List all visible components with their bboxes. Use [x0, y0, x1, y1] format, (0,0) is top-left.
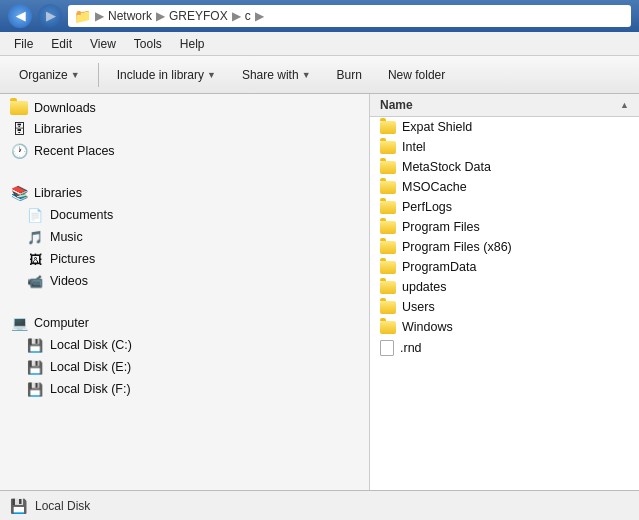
- nav-downloads-label: Downloads: [34, 101, 96, 115]
- share-with-button[interactable]: Share with ▼: [231, 61, 322, 89]
- file-item-expat-shield[interactable]: Expat Shield: [370, 117, 639, 137]
- menu-edit[interactable]: Edit: [43, 35, 80, 53]
- libraries-fav-icon: 🗄: [10, 121, 28, 137]
- nav-libraries-header[interactable]: 📚 Libraries: [0, 182, 369, 204]
- burn-label: Burn: [337, 68, 362, 82]
- file-item-updates[interactable]: updates: [370, 277, 639, 297]
- programdata-folder-icon: [380, 261, 396, 274]
- file-item-windows[interactable]: Windows: [370, 317, 639, 337]
- include-library-button[interactable]: Include in library ▼: [106, 61, 227, 89]
- share-arrow: ▼: [302, 70, 311, 80]
- menu-help[interactable]: Help: [172, 35, 213, 53]
- title-bar: ◀ ▶ 📁 ▶ Network ▶ GREYFOX ▶ c ▶: [0, 0, 639, 32]
- nav-videos[interactable]: 📹 Videos: [0, 270, 369, 292]
- toolbar: Organize ▼ Include in library ▼ Share wi…: [0, 56, 639, 94]
- nav-pictures-label: Pictures: [50, 252, 95, 266]
- nav-drive-f-label: Local Disk (F:): [50, 382, 131, 396]
- nav-computer-header[interactable]: 💻 Computer: [0, 312, 369, 334]
- addr-sep3: ▶: [255, 9, 264, 23]
- rnd-file-icon: [380, 340, 394, 356]
- drive-e-icon: 💾: [26, 359, 44, 375]
- updates-label: updates: [402, 280, 446, 294]
- metastock-folder-icon: [380, 161, 396, 174]
- forward-button[interactable]: ▶: [38, 4, 62, 28]
- menu-file[interactable]: File: [6, 35, 41, 53]
- msocache-folder-icon: [380, 181, 396, 194]
- file-item-intel[interactable]: Intel: [370, 137, 639, 157]
- nav-downloads[interactable]: Downloads: [0, 98, 369, 118]
- status-text: Local Disk: [35, 499, 90, 513]
- nav-drive-e-label: Local Disk (E:): [50, 360, 131, 374]
- addr-separator: ▶: [95, 9, 104, 23]
- metastock-label: MetaStock Data: [402, 160, 491, 174]
- computer-header-label: Computer: [34, 316, 89, 330]
- recent-places-icon: 🕐: [10, 143, 28, 159]
- nav-pictures[interactable]: 🖼 Pictures: [0, 248, 369, 270]
- program-files-label: Program Files: [402, 220, 480, 234]
- file-item-rnd[interactable]: .rnd: [370, 337, 639, 359]
- nav-recent-places-label: Recent Places: [34, 144, 115, 158]
- organize-button[interactable]: Organize ▼: [8, 61, 91, 89]
- msocache-label: MSOCache: [402, 180, 467, 194]
- nav-documents-label: Documents: [50, 208, 113, 222]
- burn-button[interactable]: Burn: [326, 61, 373, 89]
- nav-libraries-fav-label: Libraries: [34, 122, 82, 136]
- file-item-program-files[interactable]: Program Files: [370, 217, 639, 237]
- program-files-x86-label: Program Files (x86): [402, 240, 512, 254]
- addr-sep1: ▶: [156, 9, 165, 23]
- documents-icon: 📄: [26, 207, 44, 223]
- expat-shield-folder-icon: [380, 121, 396, 134]
- nav-drive-e[interactable]: 💾 Local Disk (E:): [0, 356, 369, 378]
- file-item-programdata[interactable]: ProgramData: [370, 257, 639, 277]
- program-files-folder-icon: [380, 221, 396, 234]
- divider1: [0, 166, 369, 174]
- nav-videos-label: Videos: [50, 274, 88, 288]
- organize-label: Organize: [19, 68, 68, 82]
- addr-sep2: ▶: [232, 9, 241, 23]
- drive-c-icon: 💾: [26, 337, 44, 353]
- programdata-label: ProgramData: [402, 260, 476, 274]
- addr-part2: GREYFOX: [169, 9, 228, 23]
- new-folder-button[interactable]: New folder: [377, 61, 456, 89]
- menu-view[interactable]: View: [82, 35, 124, 53]
- nav-drive-c-label: Local Disk (C:): [50, 338, 132, 352]
- menu-tools[interactable]: Tools: [126, 35, 170, 53]
- nav-music[interactable]: 🎵 Music: [0, 226, 369, 248]
- nav-drive-f[interactable]: 💾 Local Disk (F:): [0, 378, 369, 400]
- file-item-program-files-x86[interactable]: Program Files (x86): [370, 237, 639, 257]
- computer-section: 💻 Computer 💾 Local Disk (C:) 💾 Local Dis…: [0, 312, 369, 400]
- intel-folder-icon: [380, 141, 396, 154]
- folder-icon-addr: 📁: [74, 8, 91, 24]
- divider2: [0, 296, 369, 304]
- nav-documents[interactable]: 📄 Documents: [0, 204, 369, 226]
- address-bar[interactable]: 📁 ▶ Network ▶ GREYFOX ▶ c ▶: [68, 5, 631, 27]
- nav-music-label: Music: [50, 230, 83, 244]
- perflogs-label: PerfLogs: [402, 200, 452, 214]
- users-folder-icon: [380, 301, 396, 314]
- back-button[interactable]: ◀: [8, 4, 32, 28]
- drive-status-icon: 💾: [10, 498, 27, 514]
- file-item-perflogs[interactable]: PerfLogs: [370, 197, 639, 217]
- libraries-section: 📚 Libraries 📄 Documents 🎵 Music 🖼 Pictur…: [0, 182, 369, 292]
- left-panel: Downloads 🗄 Libraries 🕐 Recent Places 📚 …: [0, 94, 370, 490]
- nav-libraries-fav[interactable]: 🗄 Libraries: [0, 118, 369, 140]
- nav-recent-places[interactable]: 🕐 Recent Places: [0, 140, 369, 162]
- share-label: Share with: [242, 68, 299, 82]
- libraries-header-icon: 📚: [10, 185, 28, 201]
- favorites-section: Downloads 🗄 Libraries 🕐 Recent Places: [0, 98, 369, 162]
- col-sort-arrow: ▲: [620, 100, 629, 110]
- expat-shield-label: Expat Shield: [402, 120, 472, 134]
- windows-folder-icon: [380, 321, 396, 334]
- file-item-metastock[interactable]: MetaStock Data: [370, 157, 639, 177]
- intel-label: Intel: [402, 140, 426, 154]
- file-item-users[interactable]: Users: [370, 297, 639, 317]
- main-area: Downloads 🗄 Libraries 🕐 Recent Places 📚 …: [0, 94, 639, 490]
- users-label: Users: [402, 300, 435, 314]
- library-label: Include in library: [117, 68, 204, 82]
- file-item-msocache[interactable]: MSOCache: [370, 177, 639, 197]
- addr-part3: c: [245, 9, 251, 23]
- downloads-folder-icon: [10, 101, 28, 115]
- updates-folder-icon: [380, 281, 396, 294]
- nav-drive-c[interactable]: 💾 Local Disk (C:): [0, 334, 369, 356]
- right-panel: Name ▲ Expat Shield Intel MetaStock Data…: [370, 94, 639, 490]
